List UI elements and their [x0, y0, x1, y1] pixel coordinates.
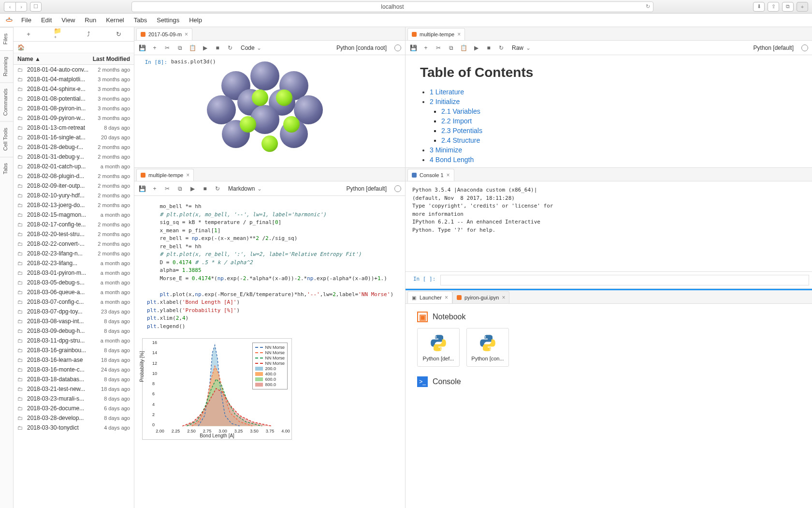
file-row[interactable]: 🗀2018-01-31-debug-y...2 months ago [14, 152, 134, 162]
stop-button[interactable]: ■ [214, 44, 221, 52]
breadcrumb[interactable]: 🏠 [14, 42, 134, 53]
menu-view[interactable]: View [57, 15, 80, 26]
file-row[interactable]: 🗀2018-01-09-pyiron-w...3 months ago [14, 113, 134, 123]
paste-button[interactable]: 📋 [460, 44, 467, 52]
new-file-button[interactable]: + [24, 30, 33, 39]
close-icon[interactable]: × [502, 294, 505, 301]
refresh-icon[interactable]: ↻ [646, 3, 650, 10]
file-row[interactable]: 🗀2018-03-07-dpg-toy...23 days ago [14, 307, 134, 316]
restart-button[interactable]: ↻ [226, 44, 234, 52]
file-row[interactable]: 🗀2018-03-08-vasp-int...8 days ago [14, 316, 134, 326]
file-row[interactable]: 🗀2018-02-17-config-te...2 months ago [14, 220, 134, 229]
home-icon[interactable]: 🏠 [17, 44, 25, 51]
file-row[interactable]: 🗀2018-01-28-debug-r...2 months ago [14, 142, 134, 152]
new-folder-button[interactable]: 📁⁺ [54, 30, 63, 39]
save-button[interactable]: 💾 [138, 185, 146, 193]
cut-button[interactable]: ✂ [163, 185, 171, 193]
file-row[interactable]: 🗀2018-01-04-matplotli...3 months ago [14, 75, 134, 84]
file-row[interactable]: 🗀2018-01-08-potential...3 months ago [14, 94, 134, 104]
url-bar[interactable]: localhost ↻ [131, 1, 653, 12]
file-row[interactable]: 🗀2018-02-23-lifang...a month ago [14, 258, 134, 268]
rail-tab-running[interactable]: Running [0, 50, 13, 82]
close-icon[interactable]: × [447, 172, 450, 179]
copy-button[interactable]: ⧉ [176, 44, 184, 52]
file-row[interactable]: 🗀2018-01-08-pyiron-in...3 months ago [14, 104, 134, 113]
file-row[interactable]: 🗀2018-02-20-test-stru...2 months ago [14, 229, 134, 239]
menu-help[interactable]: Help [184, 15, 207, 26]
tab-pyiron-gui[interactable]: pyiron-gui.ipyn × [452, 291, 510, 303]
header-modified[interactable]: Last Modified [93, 56, 130, 62]
kernel-name[interactable]: Python [conda root] [336, 45, 387, 51]
toc-link[interactable]: 2.3Potentials [441, 127, 482, 134]
tab-console-1[interactable]: Console 1 × [407, 169, 454, 181]
file-row[interactable]: 🗀2018-03-28-develop...8 days ago [14, 413, 134, 423]
toc-link[interactable]: 2.2Import [441, 117, 472, 125]
file-row[interactable]: 🗀2018-03-21-test-new...18 days ago [14, 384, 134, 394]
menu-file[interactable]: File [16, 15, 36, 26]
file-row[interactable]: 🗀2018-03-01-pyiron-m...a month ago [14, 268, 134, 278]
file-list[interactable]: 🗀2018-01-04-auto-conv...2 months ago🗀201… [14, 65, 134, 508]
back-button[interactable]: ‹ [4, 2, 15, 12]
cell-type-select[interactable]: Markdown [226, 184, 263, 193]
restart-button[interactable]: ↻ [214, 185, 221, 193]
run-button[interactable]: ▶ [201, 44, 209, 52]
file-row[interactable]: 🗀2018-03-07-config-c...a month ago [14, 297, 134, 307]
menu-run[interactable]: Run [80, 15, 101, 26]
file-row[interactable]: 🗀2018-03-06-queue-a...a month ago [14, 287, 134, 297]
toc-link[interactable]: 2.1Variables [441, 107, 480, 115]
code-cell[interactable]: basis.plot3d() [171, 58, 402, 66]
close-icon[interactable]: × [457, 31, 461, 38]
rail-tab-tabs[interactable]: Tabs [0, 157, 13, 180]
close-icon[interactable]: × [186, 172, 189, 179]
file-row[interactable]: 🗀2018-02-10-yury-hdf...2 months ago [14, 191, 134, 200]
close-icon[interactable]: × [185, 31, 188, 38]
file-row[interactable]: 🗀2018-03-30-tonydict4 days ago [14, 423, 134, 433]
menu-settings[interactable]: Settings [152, 15, 184, 26]
file-row[interactable]: 🗀2018-03-09-debug-h...8 days ago [14, 326, 134, 336]
rail-tab-cell-tools[interactable]: Cell Tools [0, 121, 13, 157]
stop-button[interactable]: ■ [201, 185, 209, 193]
file-row[interactable]: 🗀2018-03-05-debug-s...a month ago [14, 278, 134, 287]
share-button[interactable]: ⇪ [768, 2, 779, 12]
cut-button[interactable]: ✂ [163, 44, 171, 52]
tab-multiple-tempe-2[interactable]: multiple-tempe × [136, 169, 194, 181]
tab-launcher[interactable]: ▣ Launcher × [407, 291, 452, 303]
menu-kernel[interactable]: Kernel [101, 15, 129, 26]
cut-button[interactable]: ✂ [435, 44, 442, 52]
file-row[interactable]: 🗀2018-02-01-catch-up...a month ago [14, 162, 134, 171]
file-row[interactable]: 🗀2018-02-08-plugin-d...2 months ago [14, 171, 134, 181]
menu-tabs[interactable]: Tabs [129, 15, 152, 26]
file-row[interactable]: 🗀2018-02-23-lifang-n...2 months ago [14, 249, 134, 258]
toc-link[interactable]: 1Literature [430, 88, 464, 96]
launcher-card[interactable]: Python [con... [466, 328, 509, 367]
file-row[interactable]: 🗀2018-02-22-convert-...2 months ago [14, 239, 134, 249]
close-icon[interactable]: × [445, 294, 448, 301]
new-tab-button[interactable]: + [797, 2, 808, 12]
insert-cell-button[interactable]: + [422, 44, 430, 52]
file-row[interactable]: 🗀2018-03-18-databas...8 days ago [14, 374, 134, 384]
header-name[interactable]: Name ▲ [17, 56, 93, 62]
rail-tab-commands[interactable]: Commands [0, 82, 13, 121]
console-input[interactable] [440, 275, 809, 285]
code-cell[interactable]: mo_bell *= hh # plt.plot(x, mo_bell, '--… [137, 199, 402, 334]
file-row[interactable]: 🗀2018-01-04-auto-conv...2 months ago [14, 65, 134, 75]
molecule-render[interactable] [207, 71, 333, 168]
file-row[interactable]: 🗀2018-03-11-dpg-stru...a month ago [14, 336, 134, 345]
file-row[interactable]: 🗀2018-02-13-joerg-do...2 months ago [14, 200, 134, 210]
file-row[interactable]: 🗀2018-02-09-iter-outp...2 months ago [14, 181, 134, 191]
kernel-name[interactable]: Python [default] [754, 45, 794, 51]
toc-link[interactable]: 2Initialize [430, 98, 460, 105]
run-button[interactable]: ▶ [188, 185, 196, 193]
kernel-name[interactable]: Python [default] [347, 185, 387, 192]
stop-button[interactable]: ■ [485, 44, 493, 52]
file-row[interactable]: 🗀2018-03-16-monte-c...24 days ago [14, 365, 134, 374]
file-row[interactable]: 🗀2018-02-15-magmon...a month ago [14, 210, 134, 220]
cell-type-select[interactable]: Code [239, 44, 262, 52]
tab-multiple-tempe-1[interactable]: multiple-tempe × [407, 28, 465, 40]
file-row[interactable]: 🗀2018-03-23-murali-s...8 days ago [14, 394, 134, 403]
restart-button[interactable]: ↻ [497, 44, 505, 52]
toc-link[interactable]: 2.4Structure [441, 136, 480, 144]
copy-button[interactable]: ⧉ [447, 44, 455, 52]
file-row[interactable]: 🗀2018-03-16-grainbou...8 days ago [14, 345, 134, 355]
menu-edit[interactable]: Edit [36, 15, 57, 26]
